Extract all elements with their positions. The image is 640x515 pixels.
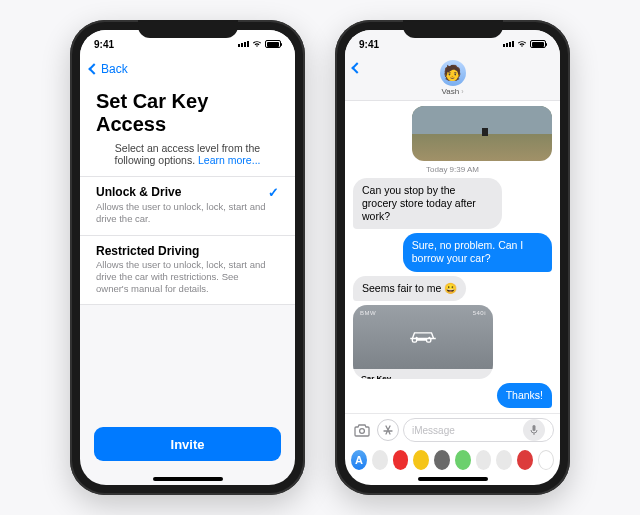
notch	[138, 20, 238, 38]
divider	[80, 304, 295, 305]
status-time: 9:41	[94, 39, 114, 50]
svg-rect-3	[533, 425, 536, 431]
message-in[interactable]: Can you stop by the grocery store today …	[353, 178, 502, 229]
appstore-icon[interactable]	[377, 419, 399, 441]
carkey-card[interactable]: BMW 540i Car Key Invitation waiting...	[353, 305, 493, 379]
status-right	[238, 40, 281, 48]
checkmark-icon: ✓	[268, 185, 279, 200]
dock-app-icon[interactable]	[496, 450, 512, 470]
option-title: Restricted Driving	[96, 244, 199, 258]
message-out[interactable]: Thanks!	[497, 383, 552, 408]
option-unlock-drive[interactable]: Unlock & Drive ✓ Allows the user to unlo…	[80, 177, 295, 235]
screen-messages: 9:41 🧑 Vash› Today 9:39 AM Can you stop …	[345, 30, 560, 485]
option-desc: Allows the user to unlock, lock, start a…	[96, 259, 279, 295]
home-indicator[interactable]	[153, 477, 223, 481]
chevron-left-icon	[88, 63, 99, 74]
conversation-header: 🧑 Vash›	[345, 58, 560, 101]
dock-app-icon[interactable]	[476, 450, 492, 470]
card-hero: BMW 540i	[353, 305, 493, 369]
message-in[interactable]: Seems fair to me 😀	[353, 276, 466, 301]
svg-point-1	[428, 336, 430, 338]
dock-appstore-icon[interactable]: A	[351, 450, 367, 470]
learn-more-link[interactable]: Learn more...	[198, 154, 260, 166]
dock-app-icon[interactable]	[372, 450, 388, 470]
dock-app-icon[interactable]	[455, 450, 471, 470]
car-icon	[406, 325, 440, 349]
phone-left: 9:41 Back Set Car Key Access Select an a…	[70, 20, 305, 495]
mic-icon[interactable]	[523, 419, 545, 441]
contact-name[interactable]: Vash›	[442, 87, 464, 96]
timestamp: Today 9:39 AM	[353, 165, 552, 174]
svg-point-2	[360, 429, 365, 434]
signal-icon	[503, 41, 514, 47]
option-title: Unlock & Drive	[96, 185, 181, 199]
nav-back[interactable]: Back	[80, 58, 295, 80]
back-button[interactable]	[353, 64, 364, 72]
dock-app-icon[interactable]	[393, 450, 409, 470]
option-desc: Allows the user to unlock, lock, start a…	[96, 201, 279, 225]
message-list: Today 9:39 AM Can you stop by the grocer…	[345, 101, 560, 413]
dock-app-icon[interactable]	[517, 450, 533, 470]
top-section: 9:41 Back Set Car Key Access Select an a…	[80, 30, 295, 305]
camera-icon[interactable]	[351, 419, 373, 441]
signal-icon	[238, 41, 249, 47]
page-subtitle: Select an access level from the followin…	[80, 142, 295, 176]
phone-right: 9:41 🧑 Vash› Today 9:39 AM Can you stop …	[335, 20, 570, 495]
wifi-icon	[517, 40, 527, 48]
svg-point-0	[416, 336, 418, 338]
message-placeholder: iMessage	[412, 425, 455, 436]
dock-app-icon[interactable]	[413, 450, 429, 470]
avatar[interactable]: 🧑	[440, 60, 466, 86]
input-bar: iMessage	[345, 413, 560, 446]
card-footer: Car Key Invitation waiting...	[353, 369, 493, 379]
chevron-left-icon	[351, 62, 362, 73]
battery-icon	[265, 40, 281, 48]
screen-carkey: 9:41 Back Set Car Key Access Select an a…	[80, 30, 295, 485]
option-restricted[interactable]: Restricted Driving Allows the user to un…	[80, 236, 295, 305]
home-indicator[interactable]	[418, 477, 488, 481]
app-dock[interactable]: A	[345, 446, 560, 475]
card-brand: BMW	[360, 310, 376, 316]
message-input[interactable]: iMessage	[403, 418, 554, 442]
back-label: Back	[101, 62, 128, 76]
dock-app-icon[interactable]	[538, 450, 554, 470]
status-time: 9:41	[359, 39, 379, 50]
wifi-icon	[252, 40, 262, 48]
notch	[403, 20, 503, 38]
battery-icon	[530, 40, 546, 48]
dock-app-icon[interactable]	[434, 450, 450, 470]
status-right	[503, 40, 546, 48]
message-photo[interactable]	[412, 106, 552, 161]
invite-button[interactable]: Invite	[94, 427, 281, 461]
message-out[interactable]: Sure, no problem. Can I borrow your car?	[403, 233, 552, 271]
card-title: Car Key	[361, 374, 485, 379]
card-model: 540i	[473, 310, 486, 316]
page-title: Set Car Key Access	[80, 80, 295, 142]
